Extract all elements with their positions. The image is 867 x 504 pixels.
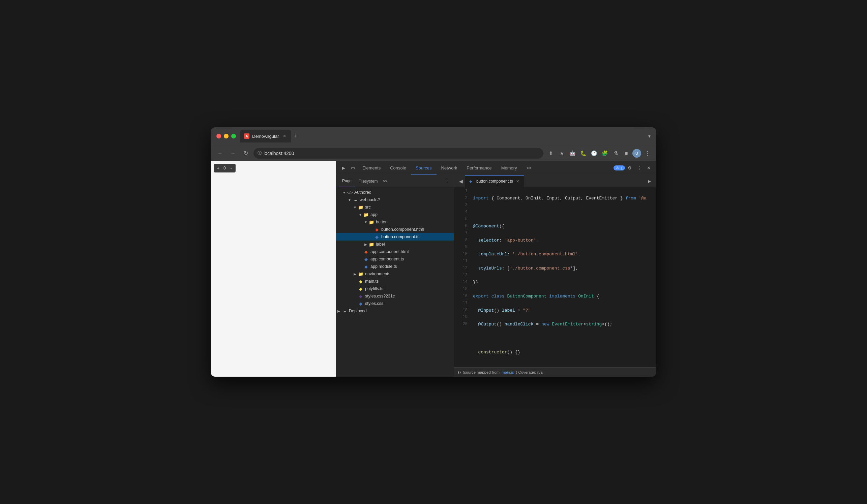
- editor-panel: ◀ ◆ button.component.ts ✕ ▶ 1 2: [454, 175, 656, 377]
- line-numbers: 1 2 3 4 5 6 7 8 9 10 11 12 13: [454, 187, 470, 367]
- pretty-print-button[interactable]: {}: [458, 370, 461, 374]
- tree-item-label[interactable]: ▶ 📁 label: [336, 241, 454, 248]
- editor-tab-close-button[interactable]: ✕: [515, 178, 521, 184]
- tree-item-app[interactable]: ▼ 📁 app: [336, 211, 454, 218]
- more-options-icon[interactable]: ⋮: [634, 163, 644, 173]
- devtools-panel: ▶ ▭ Elements Console Sources Network Per…: [336, 161, 656, 377]
- tab-performance[interactable]: Performance: [462, 161, 496, 175]
- close-button[interactable]: [216, 134, 221, 139]
- subtab-page[interactable]: Page: [339, 175, 355, 187]
- app-arrow: ▼: [358, 213, 363, 217]
- tree-item-button[interactable]: ▼ 📁 button: [336, 218, 454, 226]
- tree-item-deployed[interactable]: ▶ ☁ Deployed: [336, 307, 454, 315]
- lighthouse-icon[interactable]: 🕐: [589, 149, 599, 158]
- sidebar-icon[interactable]: ■: [622, 149, 631, 158]
- status-source-link[interactable]: main.js: [502, 370, 514, 374]
- tab-elements[interactable]: Elements: [358, 161, 385, 175]
- fullscreen-button[interactable]: [231, 134, 236, 139]
- devtools-tab-bar: ▶ ▭ Elements Console Sources Network Per…: [336, 161, 656, 175]
- src-arrow: ▼: [352, 206, 358, 209]
- styles-hash-label: styles.css?231c: [365, 294, 395, 298]
- secure-icon: ⓘ: [258, 150, 261, 156]
- subtab-more[interactable]: >>: [381, 177, 389, 185]
- folder-app-icon: 📁: [363, 211, 369, 218]
- tree-item-webpack[interactable]: ▼ ☁ webpack://: [336, 196, 454, 204]
- sources-sidebar: Page Filesystem >> ⋮ ▼ </> Authored: [336, 175, 454, 377]
- browser-tab[interactable]: A DemoAngular ✕: [240, 130, 291, 143]
- page-viewport: + 0 -: [211, 161, 336, 377]
- tree-item-button-html[interactable]: ◆ button.component.html: [336, 226, 454, 233]
- authored-arrow: ▼: [342, 191, 347, 194]
- file-polyfills-icon: ◆: [358, 286, 364, 292]
- editor-tab-prev[interactable]: ◀: [457, 177, 465, 185]
- tree-item-styles[interactable]: ◆ styles.css: [336, 300, 454, 307]
- code-content: import { Component, OnInit, Input, Outpu…: [470, 187, 656, 367]
- collapse-editor-button[interactable]: ▶: [645, 177, 653, 185]
- tree-item-environments[interactable]: ▶ 📁 environments: [336, 270, 454, 277]
- close-devtools-icon[interactable]: ✕: [644, 163, 653, 173]
- label-arrow: ▶: [363, 243, 368, 246]
- editor-tabs: ◀ ◆ button.component.ts ✕ ▶: [454, 175, 656, 187]
- issues-badge[interactable]: ⚠ 1: [613, 165, 625, 171]
- tree-item-button-ts[interactable]: ◆ button.component.ts: [336, 233, 454, 241]
- file-app-module-icon: ◆: [363, 263, 369, 270]
- tab-console[interactable]: Console: [385, 161, 411, 175]
- subtab-filesystem[interactable]: Filesystem: [355, 175, 381, 187]
- menu-icon[interactable]: ⋮: [642, 149, 652, 158]
- code-editor[interactable]: 1 2 3 4 5 6 7 8 9 10 11 12 13: [454, 187, 656, 367]
- tab-close-button[interactable]: ✕: [282, 133, 287, 139]
- tab-sources[interactable]: Sources: [411, 161, 437, 175]
- zoom-in-button[interactable]: +: [214, 164, 222, 172]
- editor-file-tab-button-ts[interactable]: ◆ button.component.ts ✕: [465, 175, 524, 187]
- bookmark-icon[interactable]: ★: [557, 149, 566, 158]
- authored-label: Authored: [354, 190, 372, 195]
- profile-button[interactable]: U: [632, 149, 641, 158]
- sources-subtabs: Page Filesystem >> ⋮: [336, 175, 454, 187]
- new-tab-button[interactable]: +: [291, 131, 301, 141]
- settings-icon[interactable]: ⚙: [625, 163, 634, 173]
- subtab-menu[interactable]: ⋮: [443, 177, 451, 185]
- tree-item-src[interactable]: ▼ 📁 src: [336, 204, 454, 211]
- tab-area: A DemoAngular ✕ +: [240, 130, 648, 143]
- editor-tab-label: button.component.ts: [476, 179, 513, 184]
- tree-item-app-html[interactable]: ◆ app.component.html: [336, 248, 454, 255]
- tab-more[interactable]: >>: [522, 161, 536, 175]
- tree-item-styles-hash[interactable]: ◆ styles.css?231c: [336, 293, 454, 300]
- responsive-icon[interactable]: ▭: [348, 163, 358, 173]
- app-ts-label: app.component.ts: [371, 257, 404, 261]
- tree-item-main[interactable]: ◆ main.ts: [336, 277, 454, 285]
- tree-item-app-ts[interactable]: ◆ app.component.ts: [336, 255, 454, 263]
- share-icon[interactable]: ⬆: [546, 149, 556, 158]
- file-main-icon: ◆: [358, 278, 364, 284]
- reload-button[interactable]: ↻: [241, 148, 251, 158]
- zoom-out-button[interactable]: -: [227, 164, 235, 172]
- address-bar[interactable]: ⓘ localhost:4200: [254, 148, 543, 159]
- tab-memory[interactable]: Memory: [496, 161, 522, 175]
- devtools-icon[interactable]: 🐛: [578, 149, 588, 158]
- minimize-button[interactable]: [224, 134, 228, 139]
- back-button[interactable]: ←: [215, 148, 225, 158]
- label-label: label: [376, 242, 385, 246]
- navigation-bar: ← → ↻ ⓘ localhost:4200 ⬆ ★ 🤖 🐛 🕐 🧩 ⚗ ■ U…: [211, 145, 656, 161]
- devtools-body: Page Filesystem >> ⋮ ▼ </> Authored: [336, 175, 656, 377]
- main-ts-label: main.ts: [365, 279, 378, 284]
- styles-css-label: styles.css: [365, 301, 383, 306]
- tab-network[interactable]: Network: [437, 161, 462, 175]
- tree-item-app-module[interactable]: ◆ app.module.ts: [336, 263, 454, 270]
- tab-dropdown[interactable]: ▾: [648, 133, 651, 139]
- tree-item-polyfills[interactable]: ◆ polyfills.ts: [336, 285, 454, 293]
- button-html-label: button.component.html: [381, 227, 424, 232]
- tree-item-authored[interactable]: ▼ </> Authored: [336, 189, 454, 196]
- flask-icon[interactable]: ⚗: [611, 149, 620, 158]
- puzzle-icon[interactable]: 🧩: [600, 149, 609, 158]
- zoom-controls: + 0 -: [214, 164, 236, 173]
- file-html-icon: ◆: [374, 227, 380, 232]
- webpack-arrow: ▼: [347, 198, 352, 202]
- environments-label: environments: [365, 272, 390, 276]
- zoom-value: 0: [222, 166, 227, 171]
- address-text: localhost:4200: [264, 151, 294, 156]
- inspector-icon[interactable]: ▶: [339, 163, 348, 173]
- extension-icon[interactable]: 🤖: [568, 149, 577, 158]
- forward-button[interactable]: →: [228, 148, 238, 158]
- src-label: src: [365, 205, 371, 210]
